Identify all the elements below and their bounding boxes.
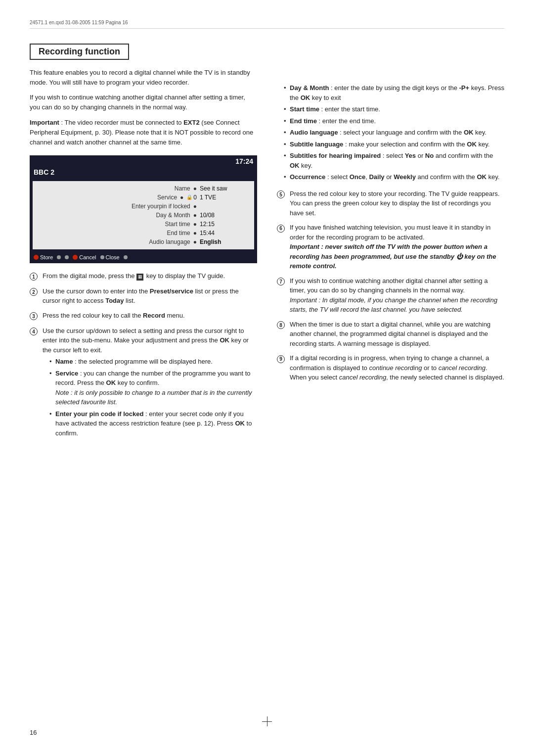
step-5-text: Press the red colour key to store your r… <box>290 190 499 217</box>
tv-form-area: Name ● See it saw Service ● 🔒 0 1 TVE <box>33 181 254 249</box>
step-2: 2 Use the cursor down to enter into the … <box>30 286 257 306</box>
bullet-start-label: Start time <box>290 105 319 113</box>
ok-hearing: OK <box>290 162 300 169</box>
tv-btn-store-label: Store <box>40 254 53 260</box>
step-2-bold2: Today <box>105 297 124 304</box>
tv-btn-close: Close <box>100 254 120 260</box>
tv-btn-cancel-label: Cancel <box>79 254 96 260</box>
step-4-num: 4 <box>30 326 39 336</box>
red-dot-store <box>34 255 39 260</box>
tv-time-bar: 17:24 <box>30 155 257 167</box>
bullet-subtitle-lang: Subtitle language : make your selection … <box>284 140 504 149</box>
step-1-num: 1 <box>30 271 39 282</box>
bullet-pin-label: Enter your pin code if locked <box>55 410 143 418</box>
bullet-occurrence-label: Occurrence <box>290 173 325 181</box>
tv-row-pin: Enter yourpin if locked ● <box>38 202 249 211</box>
step-1-text: From the digital mode, press the <box>43 272 136 280</box>
tv-dot-name: ● <box>193 185 197 192</box>
step-3-text: Press the red colour key to call the Rec… <box>43 312 185 319</box>
tv-value-name: See it saw <box>200 185 249 192</box>
ok-day: OK <box>301 94 311 101</box>
step-7-content: If you wish to continue watching another… <box>290 276 504 315</box>
weekly-label: Weekly <box>394 173 416 181</box>
intro-p3: Important : The video recorder must be c… <box>30 118 257 147</box>
tv-service-icon: 🔒 0 <box>186 194 197 201</box>
section-title: Recording function <box>30 44 129 60</box>
step-6-important: Important : never switch off the TV with… <box>290 243 496 270</box>
circle-1: 1 <box>30 273 38 281</box>
step-6: 6 If you have finished watching televisi… <box>277 223 504 271</box>
bullet-audio-lang: Audio language : select your language an… <box>284 128 504 138</box>
circle-9: 9 <box>277 355 285 363</box>
step-4-content: Use the cursor up/down to select a setti… <box>43 326 257 440</box>
step-6-bold: Important : never switch off the TV with… <box>290 243 496 270</box>
tv-row-end: End time ● 15:44 <box>38 229 249 237</box>
section-title-box: Recording function <box>30 44 257 68</box>
bullet-occurrence: Occurrence : select Once, Daily or Weekl… <box>284 172 504 182</box>
step-9-text: If a digital recording is in progress, w… <box>290 354 504 381</box>
right-column: Day & Month : enter the date by using th… <box>277 44 504 445</box>
tv-label-day: Day & Month <box>156 212 190 219</box>
bullet-start-time: Start time : enter the start time. <box>284 104 504 114</box>
step-9-num: 9 <box>277 353 286 364</box>
page-container: 24571.1 en.qxd 31-08-2005 11:59 Pagina 1… <box>0 0 534 756</box>
tv-row-service: Service ● 🔒 0 1 TVE <box>38 193 249 202</box>
step-2-content: Use the cursor down to enter into the Pr… <box>43 286 257 306</box>
bullet-service-label: Service <box>55 370 78 377</box>
tv-row-audio: Audio lanugage ● English <box>38 237 249 246</box>
tv-row-start: Start time ● 12:15 <box>38 220 249 229</box>
step-1-text2: key to display the TV guide. <box>144 272 225 280</box>
tv-label-service: Service <box>157 194 177 201</box>
right-steps: 5 Press the red colour key to store your… <box>277 189 504 382</box>
circle-2: 2 <box>30 288 38 296</box>
tv-dot-start: ● <box>193 221 197 228</box>
pplus: -P+ <box>459 84 470 92</box>
grey-dot-3 <box>124 255 128 259</box>
ok-1: OK <box>220 336 229 344</box>
tv-label-pin: Enter yourpin if locked <box>132 203 190 210</box>
step-5-content: Press the red colour key to store your r… <box>290 189 504 218</box>
bullet-subtitle-label: Subtitle language <box>290 141 343 148</box>
bullet-end-time: End time : enter the end time. <box>284 116 504 126</box>
page-number: 16 <box>30 729 37 736</box>
grey-dot-close <box>100 255 104 259</box>
tv-row-name: Name ● See it saw <box>38 184 249 193</box>
tv-label-end: End time <box>167 230 190 236</box>
tv-label-start: Start time <box>165 221 190 228</box>
circle-6: 6 <box>277 225 285 233</box>
tv-btn-spacer1 <box>57 255 61 259</box>
bullet-day-month: Day & Month : enter the date by using th… <box>284 83 504 102</box>
step-7-note: Important : In digital mode, if you chan… <box>290 296 497 314</box>
right-bullets: Day & Month : enter the date by using th… <box>284 83 504 182</box>
tv-guide-icon: ▦ <box>136 274 143 281</box>
step-5-num: 5 <box>277 189 286 199</box>
ok-service: OK <box>106 379 116 386</box>
no-label: No <box>425 152 434 159</box>
bullet-pin: Enter your pin code if locked : enter yo… <box>49 409 257 438</box>
bullet-hearing-label: Subtitles for hearing impaired <box>290 152 381 159</box>
header-text: 24571.1 en.qxd 31-08-2005 11:59 Pagina 1… <box>30 20 128 25</box>
left-steps: 1 From the digital mode, press the ▦ key… <box>30 271 257 440</box>
circle-8: 8 <box>277 321 285 329</box>
step-1: 1 From the digital mode, press the ▦ key… <box>30 271 257 282</box>
step-7-num: 7 <box>277 276 286 286</box>
tv-dot-pin: ● <box>193 203 197 210</box>
tv-screen: 17:24 BBC 2 Name ● See it saw Service ● <box>30 155 257 263</box>
yes-label: Yes <box>405 152 416 159</box>
step-8-num: 8 <box>277 320 286 330</box>
bullet-end-label: End time <box>290 117 317 125</box>
daily-label: Daily <box>369 173 384 181</box>
cancel-rec: cancel recording <box>439 364 486 372</box>
tv-btn-spacer3 <box>124 255 128 259</box>
tv-channel: BBC 2 <box>30 167 257 179</box>
tv-time: 17:24 <box>235 157 253 165</box>
step-7-text: If you wish to continue watching another… <box>290 277 497 314</box>
circle-3: 3 <box>30 312 38 320</box>
step-8-text: When the timer is due to start a digital… <box>290 321 490 347</box>
circle-4: 4 <box>30 328 38 335</box>
lock-icon: 🔒 <box>186 194 192 200</box>
step-1-content: From the digital mode, press the ▦ key t… <box>43 271 257 281</box>
step-3-content: Press the red colour key to call the Rec… <box>43 311 257 321</box>
step-6-num: 6 <box>277 223 286 233</box>
circle-5: 5 <box>277 190 285 198</box>
